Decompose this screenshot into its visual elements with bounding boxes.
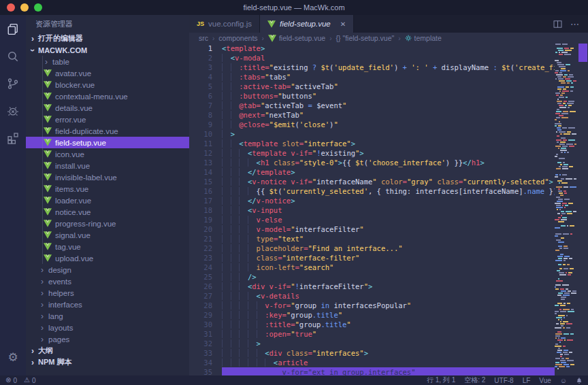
split-editor-icon[interactable] [553, 20, 562, 28]
code-line-8[interactable]: 8 @next="nextTab" [189, 110, 555, 120]
zoom-window-button[interactable] [34, 3, 42, 12]
breadcrumb-item[interactable]: template [405, 34, 442, 42]
tree-file-loader.vue[interactable]: loader.vue [26, 195, 189, 206]
code-line-20[interactable]: 20 v-model="interfaceFilter" [189, 224, 555, 234]
breadcrumb-item[interactable]: field-setup.vue [268, 34, 325, 42]
code-line-25[interactable]: 25 /> [189, 272, 555, 282]
code-line-11[interactable]: 11 <template slot="interface"> [189, 139, 555, 148]
tree-file-details.vue[interactable]: details.vue [26, 102, 189, 114]
code-line-33[interactable]: 33 <div class="interfaces"> [189, 348, 555, 358]
code-line-26[interactable]: 26 <div v-if="!interfaceFilter"> [189, 282, 555, 291]
tree-file-avatar.vue[interactable]: avatar.vue [26, 67, 189, 79]
code-editor[interactable]: 1<template>2 <v-modal3 :title="existing … [189, 44, 555, 375]
minimap[interactable] [555, 44, 576, 375]
code-line-34[interactable]: 34 <article [189, 358, 555, 367]
status-item[interactable]: 空格: 2 [464, 375, 485, 385]
code-line-31[interactable]: 31 :open="true" [189, 329, 555, 339]
status-item[interactable]: 行 1, 列 1 [427, 375, 455, 385]
tab-field-setup.vue[interactable]: field-setup.vue✕ [260, 15, 354, 33]
extensions-icon[interactable] [4, 129, 22, 147]
code-line-18[interactable]: 18 <v-input [189, 205, 555, 215]
close-tab-icon[interactable]: ✕ [340, 20, 346, 28]
tree-folder-lang[interactable]: ›lang [26, 310, 189, 322]
tree-file-items.vue[interactable]: items.vue [26, 183, 189, 195]
code-line-15[interactable]: 15 <v-notice v-if="interfaceName" color=… [189, 177, 555, 186]
tab-vue.config.js[interactable]: JSvue.config.js [189, 15, 260, 33]
tree-folder-table[interactable]: ›table [26, 56, 189, 67]
tree-section-MACWK.COM[interactable]: ›MACWK.COM [26, 44, 189, 56]
code-line-13[interactable]: 13 <h1 class="style-0">{{ $t('choose_int… [189, 158, 555, 167]
feedback-smiley-icon[interactable]: ☺ [560, 377, 567, 384]
tree-section-大纲[interactable]: ›大纲 [26, 345, 189, 356]
tree-folder-events[interactable]: ›events [26, 275, 189, 287]
code-line-28[interactable]: 28 v-for="group in interfacesPopular" [189, 301, 555, 310]
code-line-23[interactable]: 23 class="interface-filter" [189, 253, 555, 263]
tree-file-signal.vue[interactable]: signal.vue [26, 229, 189, 241]
tree-folder-layouts[interactable]: ›layouts [26, 322, 189, 333]
code-line-5[interactable]: 5 :active-tab="activeTab" [189, 82, 555, 91]
files-icon[interactable] [4, 20, 22, 38]
status-item[interactable]: LF [523, 377, 531, 384]
code-line-35[interactable]: 35 v-for="ext in group.interfaces" [189, 367, 555, 375]
code-text: </template> [222, 167, 555, 177]
breadcrumb-item[interactable]: components [218, 34, 257, 42]
editor-scrollbar[interactable] [578, 44, 588, 375]
code-text: <v-modal [222, 53, 555, 63]
scrollbar-thumb[interactable] [578, 44, 587, 62]
search-icon[interactable] [4, 48, 22, 65]
tree-file-notice.vue[interactable]: notice.vue [26, 206, 189, 218]
code-line-29[interactable]: 29 :key="group.title" [189, 310, 555, 320]
code-line-30[interactable]: 30 :title="group.title" [189, 320, 555, 329]
tree-file-invisible-label.vue[interactable]: invisible-label.vue [26, 171, 189, 183]
breadcrumb-item[interactable]: src [199, 34, 208, 42]
code-line-24[interactable]: 24 icon-left="search" [189, 263, 555, 272]
code-line-27[interactable]: 27 <v-details [189, 291, 555, 301]
code-line-22[interactable]: 22 placeholder="Find an interface..." [189, 244, 555, 253]
code-line-2[interactable]: 2 <v-modal [189, 53, 555, 63]
tree-folder-helpers[interactable]: ›helpers [26, 287, 189, 299]
tree-file-install.vue[interactable]: install.vue [26, 160, 189, 171]
tree-file-contextual-menu.vue[interactable]: contextual-menu.vue [26, 90, 189, 102]
status-errors[interactable]: ⊗0 [5, 377, 17, 384]
code-line-32[interactable]: 32 > [189, 339, 555, 348]
code-line-7[interactable]: 7 @tab="activeTab = $event" [189, 101, 555, 110]
line-number: 6 [189, 91, 222, 101]
code-line-17[interactable]: 17 </v-notice> [189, 196, 555, 205]
tree-file-progress-ring.vue[interactable]: progress-ring.vue [26, 218, 189, 229]
debug-icon[interactable] [4, 102, 22, 120]
code-line-9[interactable]: 9 @close="$emit('close')" [189, 120, 555, 129]
code-line-4[interactable]: 4 :tabs="tabs" [189, 72, 555, 82]
tree-file-error.vue[interactable]: error.vue [26, 114, 189, 125]
code-line-10[interactable]: 10 > [189, 129, 555, 139]
status-warnings[interactable]: ⚠0 [24, 377, 36, 384]
code-line-14[interactable]: 14 </template> [189, 167, 555, 177]
tree-file-upload.vue[interactable]: upload.vue [26, 252, 189, 264]
tree-folder-pages[interactable]: ›pages [26, 333, 189, 345]
code-line-3[interactable]: 3 :title="existing ? $t('update_field') … [189, 63, 555, 72]
code-line-6[interactable]: 6 :buttons="buttons" [189, 91, 555, 101]
tree-folder-design[interactable]: ›design [26, 264, 189, 275]
source-control-icon[interactable] [4, 75, 22, 93]
more-actions-icon[interactable]: ⋯ [570, 19, 580, 29]
minimize-window-button[interactable] [20, 3, 29, 12]
status-item[interactable]: UTF-8 [494, 377, 513, 384]
status-item[interactable]: Vue [539, 377, 551, 384]
breadcrumb-item[interactable]: {} "field-setup.vue" [336, 34, 395, 42]
tree-file-field-setup.vue[interactable]: field-setup.vue [26, 137, 189, 148]
bell-icon[interactable] [576, 377, 583, 384]
tree-file-tag.vue[interactable]: tag.vue [26, 241, 189, 252]
tree-item-label: MACWK.COM [38, 46, 87, 54]
tree-section-打开的编辑器[interactable]: ›打开的编辑器 [26, 33, 189, 44]
code-line-12[interactable]: 12 <template v-if="!existing"> [189, 148, 555, 158]
settings-gear-icon[interactable]: ⚙ [7, 350, 18, 365]
close-window-button[interactable] [7, 3, 15, 12]
code-line-16[interactable]: 16 {{ $t('currently_selected', { thing: … [189, 186, 555, 196]
tree-file-icon.vue[interactable]: icon.vue [26, 148, 189, 160]
tree-file-field-duplicate.vue[interactable]: field-duplicate.vue [26, 125, 189, 137]
tree-section-NPM 脚本[interactable]: ›NPM 脚本 [26, 356, 189, 368]
code-line-1[interactable]: 1<template> [189, 44, 555, 53]
code-line-21[interactable]: 21 type="text" [189, 234, 555, 244]
tree-file-blocker.vue[interactable]: blocker.vue [26, 79, 189, 90]
code-line-19[interactable]: 19 v-else [189, 215, 555, 224]
tree-folder-interfaces[interactable]: ›interfaces [26, 299, 189, 310]
